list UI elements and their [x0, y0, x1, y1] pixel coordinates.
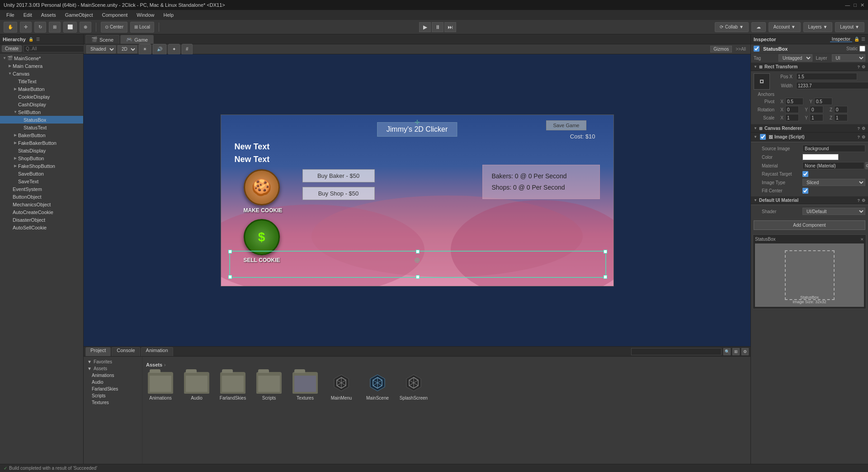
menu-file[interactable]: File [3, 11, 18, 19]
grid-btn[interactable]: # [182, 44, 193, 55]
tree-item-shopbtn[interactable]: ▶ ShopButton [0, 154, 83, 162]
hierarchy-search[interactable] [24, 45, 85, 52]
layer-dropdown[interactable]: UI [832, 54, 866, 62]
image-script-section[interactable]: ▼ 🖼 Image (Script) ? ⚙ [751, 133, 868, 142]
asset-audio[interactable]: Audio [182, 372, 211, 400]
hierarchy-menu-icon[interactable]: ☰ [36, 37, 40, 42]
menu-component[interactable]: Component [98, 11, 131, 19]
maximize-btn[interactable]: □ [854, 2, 857, 8]
account-btn[interactable]: Account ▼ [769, 22, 801, 32]
tab-scene[interactable]: 🎬 Scene [85, 35, 119, 44]
image-script-active[interactable] [760, 134, 766, 140]
tree-item-maincamera[interactable]: ▶ Main Camera [0, 62, 83, 70]
layout-btn[interactable]: Layout ▼ [835, 22, 864, 32]
asset-mainmenu[interactable]: MainMenu [327, 372, 356, 400]
tab-game[interactable]: 🎮 Game [120, 35, 154, 44]
tab-console[interactable]: Console [112, 347, 140, 356]
tree-item-cookiedisplay[interactable]: CookieDisplay [0, 93, 83, 100]
rotate-tool-btn[interactable]: ↻ [34, 22, 46, 33]
fav-textures[interactable]: Textures [85, 399, 140, 406]
color-picker[interactable] [802, 154, 839, 160]
tree-item-eventsystem[interactable]: EventSystem [0, 185, 83, 193]
tab-animation[interactable]: Animation [141, 347, 173, 356]
tree-item-mainscene[interactable]: ▼ 🎬 MainScene* [0, 54, 83, 62]
make-cookie-btn[interactable]: 🍪 MAKE COOKIE [244, 169, 283, 214]
center-btn[interactable]: ⊙ Center [101, 22, 127, 33]
pivoty-input[interactable] [814, 98, 832, 105]
mode-select[interactable]: 2D [118, 45, 137, 53]
posx-input[interactable] [796, 73, 857, 80]
save-game-btn[interactable]: Save Game [546, 120, 586, 130]
width-input[interactable] [796, 82, 868, 89]
tag-dropdown[interactable]: Untagged [778, 54, 812, 62]
tree-item-savetext[interactable]: SaveText [0, 177, 83, 185]
tree-item-sellbutton[interactable]: ▼ SellButton [0, 108, 83, 116]
layers-btn[interactable]: Layers ▼ [803, 22, 833, 32]
rotx-input[interactable] [785, 106, 799, 113]
image-type-select[interactable]: Sliced [802, 179, 865, 186]
default-material-info[interactable]: ? [858, 198, 860, 203]
assets-tree-header[interactable]: ▼ Assets [85, 365, 140, 372]
canvas-renderer-settings[interactable]: ⚙ [862, 126, 865, 131]
shader-select[interactable]: UI/Default [802, 208, 865, 215]
tree-item-btnobject[interactable]: ButtonObject [0, 193, 83, 200]
tree-item-autocreatecookie[interactable]: AutoCreateCookie [0, 208, 83, 216]
project-filter-btn[interactable]: ⊞ [732, 348, 740, 355]
step-btn[interactable]: ⏭ [444, 22, 456, 32]
tree-item-statustext[interactable]: StatusText [0, 124, 83, 131]
shading-select[interactable]: Shaded [86, 45, 116, 53]
tree-item-statsdisplay[interactable]: StatsDisplay [0, 147, 83, 154]
fill-center-checkbox[interactable] [802, 188, 808, 194]
pivotx-input[interactable] [785, 98, 803, 105]
fav-farlandskies[interactable]: FarlandSkies [85, 386, 140, 392]
tree-item-fakebakerbtn[interactable]: ▶ FakeBakerButton [0, 139, 83, 147]
tree-item-cashdisplay[interactable]: CashDisplay [0, 100, 83, 108]
anchor-indicator[interactable] [754, 73, 770, 90]
close-btn[interactable]: ✕ [860, 2, 864, 8]
asset-splashscreen[interactable]: SplashScreen [399, 372, 428, 400]
fav-animations[interactable]: Animations [85, 372, 140, 379]
project-settings-btn[interactable]: ⚙ [741, 348, 749, 355]
cloud-btn[interactable]: ☁ [751, 22, 766, 32]
tree-item-mechanicsobject[interactable]: MechanicsObject [0, 200, 83, 208]
tree-item-autosellcookie[interactable]: AutoSellCookie [0, 224, 83, 231]
canvas-renderer-section[interactable]: ▼ ⊞ Canvas Renderer ? ⚙ [751, 124, 868, 133]
asset-textures[interactable]: Textures [291, 372, 320, 400]
scaley-input[interactable] [810, 114, 823, 121]
image-script-settings[interactable]: ⚙ [862, 135, 865, 139]
gizmos-btn[interactable]: Gizmos [710, 46, 732, 52]
rotz-input[interactable] [834, 106, 848, 113]
favorites-header[interactable]: ▼ Favorites [85, 358, 140, 365]
hand-tool-btn[interactable]: ✋ [4, 22, 17, 33]
menu-window[interactable]: Window [133, 11, 158, 19]
inspector-tab-inspector[interactable]: Inspector [830, 37, 852, 42]
fav-scripts[interactable]: Scripts [85, 392, 140, 399]
preview-close-icon[interactable]: ✕ [860, 237, 864, 242]
component-static-checkbox[interactable] [859, 46, 865, 52]
menu-gameobject[interactable]: GameObject [61, 11, 97, 19]
tree-item-fakeshopbtn[interactable]: ▶ FakeShopButton [0, 162, 83, 170]
scene-viewport[interactable]: Jimmy's 2D Clicker Save Game Cost: $10 N… [84, 54, 750, 346]
scalex-input[interactable] [785, 114, 799, 121]
tree-item-canvas[interactable]: ▼ Canvas [0, 70, 83, 77]
inspector-menu-icon[interactable]: ☰ [861, 37, 865, 42]
project-search-btn[interactable]: 🔍 [723, 348, 731, 355]
source-image-input[interactable]: Background [802, 145, 865, 152]
menu-assets[interactable]: Assets [38, 11, 60, 19]
transform-tool-btn[interactable]: ⊕ [80, 22, 91, 33]
hierarchy-create-btn[interactable]: Create [2, 45, 22, 52]
default-material-settings[interactable]: ⚙ [862, 198, 865, 203]
scale-tool-btn[interactable]: ⊞ [49, 22, 61, 33]
sell-cookie-btn[interactable]: $ SELL COOKIE [244, 219, 280, 263]
buy-baker-btn[interactable]: Buy Baker - $50 [302, 169, 375, 182]
pause-btn[interactable]: ⏸ [432, 22, 443, 32]
add-component-btn[interactable]: Add Component [754, 220, 865, 230]
play-btn[interactable]: ▶ [419, 22, 431, 32]
tab-project[interactable]: Project [85, 347, 111, 356]
canvas-renderer-info[interactable]: ? [858, 126, 860, 131]
asset-farlandskies[interactable]: FarlandSkies [218, 372, 247, 400]
material-select-btn[interactable]: ⊙ [865, 162, 868, 169]
default-material-section[interactable]: ▼ Default UI Material ? ⚙ [751, 196, 868, 205]
tree-item-disasterobject[interactable]: DisasterObject [0, 216, 83, 224]
fav-audio[interactable]: Audio [85, 379, 140, 386]
